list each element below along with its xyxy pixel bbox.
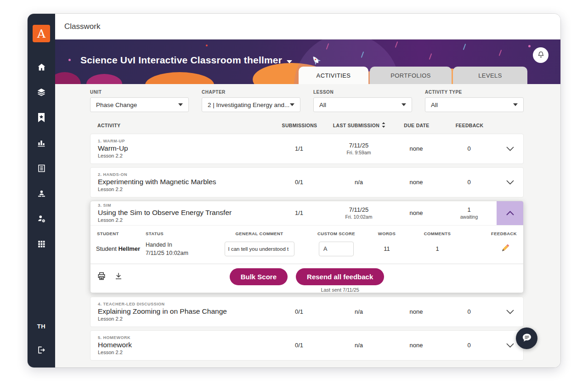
subheader-words: WORDS: [362, 231, 412, 236]
header-submissions: SUBMISSIONS: [272, 123, 327, 128]
activity-row-discussion[interactable]: 4. TEACHER-LED DISCUSSION Explaining Zoo…: [90, 297, 524, 327]
collapse-row-button[interactable]: [497, 201, 523, 225]
due-date-value: none: [391, 145, 441, 152]
general-comment-input[interactable]: [225, 242, 294, 256]
last-sent-label: Last sent 7/11/25: [321, 287, 359, 293]
curriculum-doc-icon: [37, 164, 46, 173]
logout-button[interactable]: [36, 344, 47, 356]
activity-lesson: Lesson 2.2: [98, 316, 271, 322]
expand-row-button[interactable]: [497, 145, 523, 153]
sidebar-item-reports[interactable]: [36, 137, 47, 148]
bookmark-star-icon: [37, 113, 45, 122]
feedback-count: 1: [441, 206, 497, 214]
student-name-prefix: Student: [96, 245, 118, 252]
chapter-filter-label: CHAPTER: [202, 90, 300, 95]
activity-type-select[interactable]: All: [425, 97, 524, 112]
caret-down-icon: [401, 103, 406, 106]
sidebar-item-apps[interactable]: [36, 238, 47, 249]
help-chat-button[interactable]: [516, 328, 537, 349]
sidebar-item-classes[interactable]: [36, 188, 47, 199]
activity-lesson: Lesson 2.2: [98, 186, 271, 192]
chevron-down-icon: [287, 60, 292, 63]
submissions-value: 0/1: [271, 342, 327, 349]
due-date-value: none: [391, 179, 441, 186]
tab-activities[interactable]: ACTIVITIES: [299, 67, 368, 84]
resend-all-feedback-button[interactable]: Resend all feedback: [296, 268, 384, 285]
feedback-pencil-icon: [500, 243, 510, 255]
banner-rain-line: [429, 53, 432, 60]
banner-tabs: ACTIVITIES PORTFOLIOS LEVELS: [299, 67, 527, 84]
feedback-status: awaiting: [441, 214, 497, 220]
sidebar-item-curriculum[interactable]: [36, 163, 47, 174]
print-button[interactable]: [97, 271, 106, 282]
activity-title: Warm-Up: [98, 144, 271, 152]
unit-select-value: Phase Change: [96, 102, 178, 108]
chat-bubble-icon: [521, 332, 533, 345]
header-feedback: FEEDBACK: [442, 123, 497, 129]
lesson-filter-label: LESSON: [313, 90, 412, 95]
lesson-select[interactable]: All: [313, 97, 412, 112]
banner-rain-line: [395, 41, 398, 48]
activity-row-warm-up[interactable]: 1. WARM-UP Warm-Up Lesson 2.2 1/1 7/11/2…: [90, 134, 524, 164]
sort-arrows-icon: [382, 122, 385, 129]
activity-lesson: Lesson 2.2: [98, 153, 271, 158]
activity-lesson: Lesson 2.2: [98, 217, 271, 223]
activity-row-sim[interactable]: 3. SIM Using the Sim to Observe Energy T…: [90, 201, 523, 225]
feedback-count: 0: [441, 145, 497, 152]
activity-title: Experimenting with Magnetic Marbles: [98, 178, 271, 186]
edit-feedback-button[interactable]: [500, 243, 510, 255]
feedback-count: 0: [441, 308, 497, 316]
feedback-count: 0: [441, 179, 497, 186]
sidebar-item-account-settings[interactable]: [36, 213, 47, 224]
activity-lesson: Lesson 2.2: [98, 350, 271, 355]
activity-title: Explaining Zooming in on Phase Change: [98, 307, 271, 316]
subheader-comments: COMMENTS: [412, 231, 463, 236]
last-submission-value: n/a: [327, 179, 391, 186]
subheader-student: STUDENT: [90, 231, 146, 236]
banner-hill-magenta-left: [55, 72, 81, 84]
chapter-select[interactable]: 2 | Investigating Energy and...: [202, 97, 300, 112]
banner-rain-line: [361, 51, 364, 58]
custom-score-input[interactable]: [319, 242, 354, 256]
page-title: Classwork: [64, 22, 100, 31]
expand-row-button[interactable]: [497, 178, 523, 186]
words-count: 11: [362, 245, 412, 252]
banner-dot-pink-right: [528, 45, 531, 47]
comments-count: 1: [412, 245, 463, 252]
activity-category: 4. TEACHER-LED DISCUSSION: [98, 302, 271, 306]
filter-bar: UNIT Phase Change CHAPTER 2 | Investigat…: [90, 90, 524, 112]
sidebar-item-home[interactable]: [36, 62, 47, 73]
reports-chart-icon: [37, 138, 46, 147]
sidebar-item-bookmarks[interactable]: [36, 112, 47, 123]
user-initials-badge[interactable]: TH: [37, 323, 45, 330]
unit-select[interactable]: Phase Change: [90, 97, 189, 112]
submissions-value: 1/1: [271, 145, 327, 152]
download-button[interactable]: [114, 271, 123, 282]
classwork-content: UNIT Phase Change CHAPTER 2 | Investigat…: [55, 84, 560, 367]
banner-hill-magenta: [86, 74, 122, 84]
chevron-down-icon: [506, 145, 514, 153]
activity-category: 3. SIM: [98, 203, 271, 208]
header-last-submission-label: LAST SUBMISSION: [333, 123, 379, 129]
tab-levels[interactable]: LEVELS: [453, 67, 527, 84]
tab-portfolios[interactable]: PORTFOLIOS: [370, 67, 452, 84]
notifications-button[interactable]: [533, 47, 548, 63]
class-title-dropdown[interactable]: Science UvI Interactive Classroom thellm…: [80, 55, 292, 66]
activity-category: 2. HANDS-ON: [98, 172, 271, 177]
sidebar: A: [28, 14, 55, 367]
banner-rain-line: [463, 44, 466, 50]
amplify-logo[interactable]: A: [33, 25, 50, 42]
bulk-score-button[interactable]: Bulk Score: [230, 268, 288, 285]
last-submission-value: 7/11/25: [327, 206, 391, 214]
expand-row-button[interactable]: [497, 308, 523, 316]
student-last-name: Hellmer: [118, 245, 140, 252]
activity-row-homework[interactable]: 5. HOMEWORK Homework Lesson 2.2 0/1 n/a …: [90, 330, 524, 361]
activity-row-hands-on[interactable]: 2. HANDS-ON Experimenting with Magnetic …: [90, 167, 524, 198]
last-submission-time: Fri. 10:02am: [327, 214, 391, 220]
banner-dot-red: [206, 45, 208, 46]
sort-last-submission[interactable]: LAST SUBMISSION: [333, 122, 385, 129]
header-due-date: DUE DATE: [391, 123, 442, 128]
print-icon: [97, 271, 106, 282]
sidebar-item-library[interactable]: [36, 87, 47, 98]
logout-icon: [37, 345, 46, 355]
